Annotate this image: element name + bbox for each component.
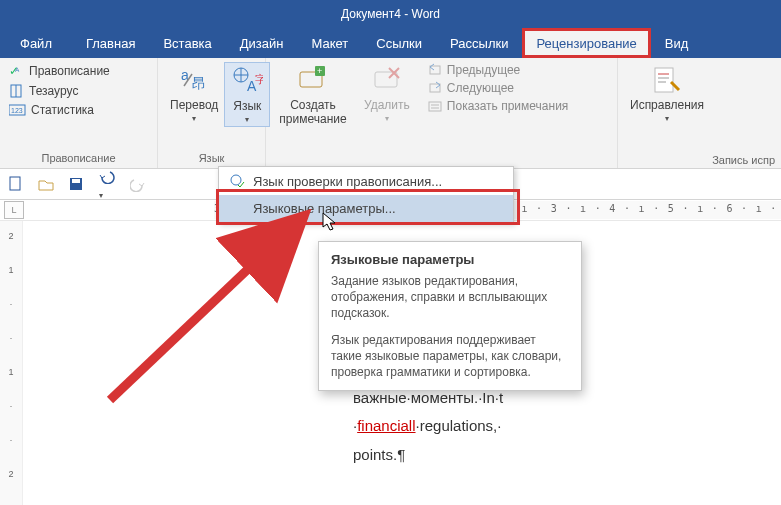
- group-comments-label: [272, 152, 611, 164]
- chevron-down-icon: ▾: [245, 115, 249, 124]
- ribbon-tabs: Файл Главная Вставка Дизайн Макет Ссылки…: [0, 28, 781, 58]
- track-label: Исправления: [630, 98, 704, 112]
- thesaurus-label: Тезаурус: [29, 84, 78, 98]
- track-changes-button[interactable]: Исправления ▾: [624, 62, 710, 125]
- tab-mailings[interactable]: Рассылки: [436, 28, 522, 58]
- svg-rect-28: [10, 177, 20, 190]
- tab-layout[interactable]: Макет: [297, 28, 362, 58]
- title-bar: Документ4 - Word: [0, 0, 781, 28]
- svg-text:ᴬ: ᴬ: [15, 66, 20, 77]
- stats-label: Статистика: [31, 103, 94, 117]
- delete-comment-label: Удалить: [364, 98, 410, 112]
- show-icon: [427, 99, 443, 113]
- menu-item-label: Язык проверки правописания...: [253, 174, 442, 189]
- book-icon: [9, 83, 25, 99]
- chevron-down-icon: ▾: [385, 114, 389, 123]
- translate-button[interactable]: a昂 Перевод ▾: [164, 62, 224, 127]
- svg-rect-21: [429, 102, 441, 111]
- tab-design[interactable]: Дизайн: [226, 28, 298, 58]
- redo-icon[interactable]: [130, 176, 146, 192]
- tab-view[interactable]: Вид: [651, 28, 703, 58]
- misspelled-word: financiall: [357, 417, 415, 434]
- delete-comment-button: Удалить ▾: [358, 62, 416, 128]
- next-icon: [427, 81, 443, 95]
- svg-rect-24: [655, 68, 673, 92]
- tracking-status-label: Запись испр: [712, 154, 775, 166]
- check-icon: ✓ᴬ: [9, 63, 25, 79]
- svg-text:+: +: [317, 66, 322, 76]
- next-comment-button: Следующее: [424, 80, 572, 96]
- undo-icon[interactable]: ▾: [98, 168, 116, 201]
- tab-review[interactable]: Рецензирование: [522, 28, 650, 58]
- spelling-label: Правописание: [29, 64, 110, 78]
- track-icon: [651, 64, 683, 96]
- comment-new-icon: +: [297, 64, 329, 96]
- save-icon[interactable]: [68, 176, 84, 192]
- svg-text:字: 字: [255, 73, 263, 85]
- next-label: Следующее: [447, 81, 514, 95]
- comment-delete-icon: [371, 64, 403, 96]
- tooltip-body: Язык редактирования поддерживает такие я…: [331, 332, 569, 381]
- prev-label: Предыдущее: [447, 63, 520, 77]
- language-label: Язык: [233, 99, 261, 113]
- tab-insert[interactable]: Вставка: [149, 28, 225, 58]
- thesaurus-button[interactable]: Тезаурус: [6, 82, 151, 100]
- tab-home[interactable]: Главная: [72, 28, 149, 58]
- group-language-label: Язык: [164, 152, 259, 164]
- menu-language-preferences[interactable]: Языковые параметры...: [219, 195, 513, 222]
- tooltip-body: Задание языков редактирования, отображен…: [331, 273, 569, 322]
- language-menu: Язык проверки правописания... Языковые п…: [218, 166, 514, 223]
- show-comments-button: Показать примечания: [424, 98, 572, 114]
- menu-proofing-language[interactable]: Язык проверки правописания...: [219, 167, 513, 195]
- svg-rect-30: [72, 179, 80, 183]
- stats-icon: 123: [9, 103, 27, 117]
- ruler-corner[interactable]: L: [4, 201, 24, 219]
- translate-label: Перевод: [170, 98, 218, 112]
- svg-rect-19: [430, 66, 440, 74]
- spelling-button[interactable]: ✓ᴬ Правописание: [6, 62, 151, 80]
- translate-icon: a昂: [178, 64, 210, 96]
- globe-check-icon: [229, 173, 245, 189]
- menu-item-label: Языковые параметры...: [253, 201, 396, 216]
- tooltip: Языковые параметры Задание языков редакт…: [318, 241, 582, 391]
- vertical-ruler[interactable]: 2 1 · · 1 · · 2: [0, 221, 23, 505]
- tab-references[interactable]: Ссылки: [362, 28, 436, 58]
- show-label: Показать примечания: [447, 99, 569, 113]
- chevron-down-icon: ▾: [192, 114, 196, 123]
- open-icon[interactable]: [38, 176, 54, 192]
- svg-text:123: 123: [11, 107, 23, 114]
- ribbon: ✓ᴬ Правописание Тезаурус 123 Статистика …: [0, 58, 781, 169]
- group-proofing-label: Правописание: [6, 152, 151, 164]
- svg-point-31: [231, 175, 241, 185]
- language-button[interactable]: A字 Язык ▾: [224, 62, 270, 127]
- tooltip-title: Языковые параметры: [331, 252, 569, 267]
- language-icon: A字: [231, 65, 263, 97]
- new-doc-icon[interactable]: [8, 176, 24, 192]
- statistics-button[interactable]: 123 Статистика: [6, 102, 151, 118]
- prev-icon: [427, 63, 443, 77]
- svg-text:昂: 昂: [192, 75, 206, 91]
- new-comment-label: Создать примечание: [278, 98, 348, 126]
- chevron-down-icon: ▾: [665, 114, 669, 123]
- svg-rect-20: [430, 84, 440, 92]
- prev-comment-button: Предыдущее: [424, 62, 572, 78]
- tab-file[interactable]: Файл: [0, 28, 72, 58]
- window-title: Документ4 - Word: [341, 7, 440, 21]
- new-comment-button[interactable]: + Создать примечание: [272, 62, 354, 128]
